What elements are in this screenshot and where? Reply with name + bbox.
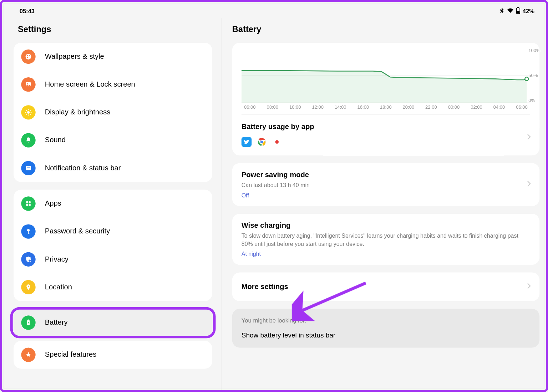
- twitter-icon: [242, 137, 252, 147]
- svg-point-38: [275, 140, 279, 144]
- svg-point-9: [27, 111, 30, 114]
- status-bar: 05:43 42%: [4, 4, 548, 18]
- grid-icon: [21, 196, 35, 211]
- svg-rect-23: [29, 204, 30, 206]
- sidebar-item-special[interactable]: Special features: [14, 341, 212, 368]
- svg-line-17: [30, 110, 31, 111]
- settings-title: Settings: [4, 18, 222, 43]
- suggestion-panel: You might be looking for: Show battery l…: [232, 309, 539, 347]
- settings-group-4: Special features: [14, 341, 212, 368]
- pin-icon: [21, 280, 35, 294]
- svg-rect-19: [27, 167, 30, 167]
- svg-rect-21: [29, 201, 30, 203]
- svg-line-15: [30, 114, 31, 115]
- wifi-icon: [507, 7, 514, 15]
- chevron-right-icon: [527, 180, 531, 189]
- sidebar-item-battery[interactable]: Battery: [14, 309, 212, 336]
- svg-point-4: [27, 55, 28, 56]
- sidebar-item-password[interactable]: Password & security: [14, 217, 212, 245]
- chart-x-labels: 06:0008:0010:0012:0014:0016:0018:0020:00…: [242, 103, 530, 109]
- svg-rect-20: [26, 201, 28, 203]
- svg-rect-26: [28, 233, 30, 233]
- sun-icon: [21, 105, 35, 119]
- settings-group-1: Wallpapers & style Home screen & Lock sc…: [14, 43, 212, 182]
- svg-rect-18: [26, 166, 31, 170]
- svg-rect-29: [28, 320, 29, 320]
- svg-line-16: [26, 114, 27, 115]
- battery-highlight: Battery: [12, 309, 214, 336]
- notification-icon: [21, 161, 35, 175]
- star-icon: [21, 347, 35, 362]
- battery-icon: [516, 7, 521, 15]
- svg-rect-1: [517, 7, 519, 8]
- svg-line-14: [26, 110, 27, 111]
- sidebar-item-privacy[interactable]: Privacy: [14, 246, 212, 273]
- svg-point-24: [27, 229, 30, 231]
- screen-record-icon: [272, 137, 282, 147]
- sidebar-item-display[interactable]: Display & brightness: [14, 98, 212, 126]
- sidebar-item-homescreen[interactable]: Home screen & Lock screen: [14, 71, 212, 98]
- sidebar-item-location[interactable]: Location: [14, 273, 212, 301]
- svg-rect-2: [517, 11, 519, 13]
- chrome-icon: [257, 137, 267, 147]
- chart-y-labels: 100% 50% 0%: [528, 48, 540, 103]
- battery-usage-by-app[interactable]: Battery usage by app: [232, 120, 539, 156]
- battery-chart[interactable]: 100% 50% 0% 06:0008:0010:0012:0014:0016:…: [232, 43, 539, 128]
- page-title: Battery: [222, 18, 548, 43]
- suggestion-item[interactable]: Show battery level in status bar: [242, 331, 530, 339]
- chevron-right-icon: [527, 134, 531, 142]
- sidebar-item-sound[interactable]: Sound: [14, 126, 212, 154]
- bell-icon: [21, 133, 35, 147]
- more-settings[interactable]: More settings: [232, 272, 539, 301]
- power-saving-mode[interactable]: Power saving mode Can last about 13 h 40…: [232, 163, 539, 206]
- sidebar-item-wallpapers[interactable]: Wallpapers & style: [14, 43, 212, 71]
- battery-chart-svg: [242, 48, 530, 103]
- svg-rect-25: [28, 231, 29, 234]
- svg-point-3: [26, 54, 31, 60]
- sidebar-item-apps[interactable]: Apps: [14, 190, 212, 217]
- status-right: 42%: [499, 7, 534, 15]
- svg-point-27: [29, 259, 31, 262]
- svg-point-5: [29, 55, 30, 56]
- key-icon: [21, 224, 35, 238]
- settings-group-2: Apps Password & security Privacy Locatio…: [14, 190, 212, 301]
- svg-rect-22: [26, 204, 28, 206]
- shield-icon: [21, 252, 35, 267]
- battery-percent: 42%: [523, 7, 534, 14]
- app-icons: [242, 137, 282, 147]
- bluetooth-icon: [499, 7, 505, 15]
- picture-icon: [21, 77, 35, 92]
- chevron-right-icon: [527, 283, 531, 291]
- wise-charging[interactable]: Wise charging To slow down battery aging…: [232, 214, 539, 265]
- svg-point-8: [27, 83, 28, 84]
- usage-title: Battery usage by app: [242, 123, 530, 131]
- suggestion-header: You might be looking for:: [242, 317, 530, 324]
- svg-point-33: [525, 77, 528, 81]
- svg-point-6: [27, 57, 28, 58]
- status-time: 05:43: [20, 7, 35, 14]
- battery-icon: [21, 315, 35, 330]
- palette-icon: [21, 50, 35, 64]
- sidebar-item-notification[interactable]: Notification & status bar: [14, 154, 212, 182]
